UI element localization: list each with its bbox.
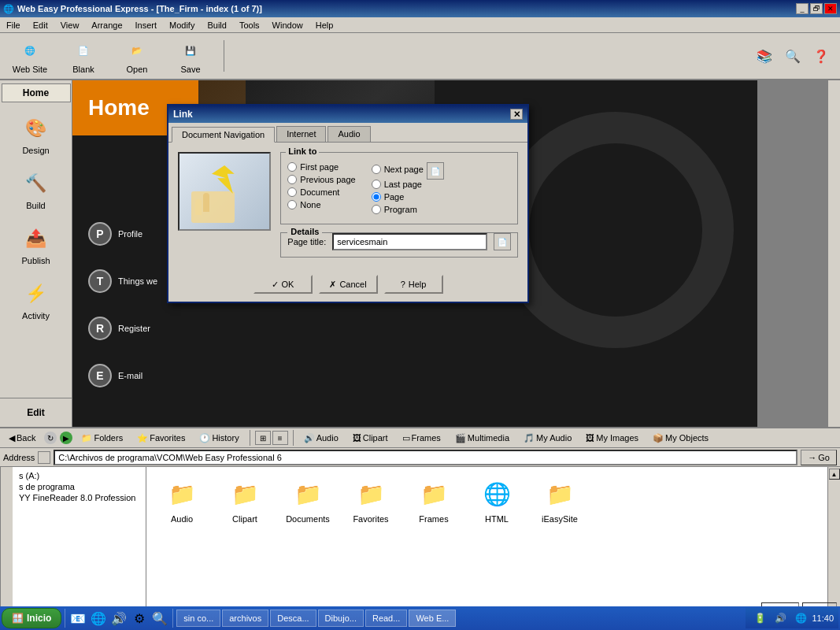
tree-item-prog[interactable]: s de programa (16, 481, 142, 492)
taskbar-icon-5[interactable]: 🔍 (150, 609, 169, 628)
multimedia-btn[interactable]: 🎬 Multimedia (450, 431, 515, 446)
folder-clipart[interactable]: 📁 Clipart (217, 475, 272, 524)
folder-frames-label: Frames (419, 514, 448, 524)
folder-frames[interactable]: 📁 Frames (406, 475, 461, 524)
frames-btn[interactable]: ▭ Frames (397, 431, 446, 446)
start-button[interactable]: 🪟 Inicio (2, 608, 61, 628)
radio-none-input[interactable] (287, 200, 297, 209)
document-label: Document (300, 187, 339, 197)
toolbar-right-icon3[interactable]: ❓ (809, 43, 834, 69)
sys-tray-3[interactable]: 🌐 (791, 609, 810, 628)
toolbar-open[interactable]: 📂 Open (113, 35, 161, 76)
close-btn[interactable]: ✕ (824, 3, 837, 14)
folder-frames-icon: 📁 (415, 475, 453, 513)
favorites-btn[interactable]: ⭐ Favorites (131, 431, 191, 446)
menu-view[interactable]: View (54, 19, 86, 32)
history-btn[interactable]: 🕐 History (194, 431, 244, 446)
radio-prev-page-input[interactable] (287, 175, 297, 184)
page-title-input[interactable] (332, 233, 487, 250)
menu-insert[interactable]: Insert (129, 19, 164, 32)
folders-btn[interactable]: 📁 Folders (76, 431, 128, 446)
toolbar-blank[interactable]: 📄 Blank (60, 35, 107, 76)
taskbar-read[interactable]: Read... (365, 610, 407, 627)
help-btn[interactable]: ? Help (384, 275, 443, 294)
radio-first-page-input[interactable] (287, 162, 297, 172)
menu-modify[interactable]: Modify (163, 19, 201, 32)
radio-last-page-input[interactable] (372, 180, 381, 189)
sidebar-design[interactable]: 🎨 Design (5, 107, 68, 161)
scroll-up[interactable]: ▲ (829, 469, 840, 480)
toolbar-separator (224, 40, 224, 72)
taskbar: 🪟 Inicio 📧 🌐 🔊 ⚙ 🔍 sin co... archivos De… (0, 606, 840, 630)
folder-ieasysite[interactable]: 📁 iEasySite (532, 475, 587, 524)
toolbar-website[interactable]: 🌐 Web Site (6, 35, 54, 76)
tree-item-a[interactable]: s (A:) (16, 470, 142, 481)
main-layout: Home 🎨 Design 🔨 Build 📤 Publish ⚡ Activi… (0, 80, 840, 427)
menu-tools[interactable]: Tools (233, 19, 266, 32)
menu-window[interactable]: Window (266, 19, 309, 32)
audio-btn[interactable]: 🔊 Audio (298, 431, 344, 446)
folder-audio-label: Audio (171, 514, 193, 524)
cancel-btn[interactable]: ✗ Cancel (319, 275, 378, 294)
go-circle-btn[interactable]: ▶ (60, 432, 72, 444)
my-objects-btn[interactable]: 📦 My Objects (647, 431, 714, 446)
sys-tray-2[interactable]: 🔊 (771, 609, 790, 628)
tab-internet[interactable]: Internet (276, 126, 326, 142)
file-browser-panel: File Browser (0, 467, 13, 630)
browse-btn-1[interactable]: 📄 (427, 162, 444, 180)
folder-favorites[interactable]: 📁 Favorites (343, 475, 398, 524)
my-images-btn[interactable]: 🖼 My Images (580, 431, 644, 445)
taskbar-icon-2[interactable]: 🌐 (89, 609, 108, 628)
tab-audio[interactable]: Audio (327, 126, 370, 142)
menu-edit[interactable]: Edit (27, 19, 54, 32)
taskbar-icon-3[interactable]: 🔊 (109, 609, 128, 628)
view-ctrl-2[interactable]: ≡ (272, 431, 288, 445)
tree-item-finereader[interactable]: YY FineReader 8.0 Profession (16, 492, 142, 503)
taskbar-archivos[interactable]: archivos (222, 610, 268, 627)
taskbar-webe[interactable]: Web E... (409, 610, 456, 627)
folder-html[interactable]: 🌐 HTML (469, 475, 524, 524)
radio-page-input[interactable] (372, 192, 381, 202)
radio-program-input[interactable] (372, 205, 381, 214)
refresh-btn[interactable]: ↻ (44, 432, 57, 444)
toolbar-right-icon1[interactable]: 📚 (752, 43, 777, 69)
menu-build[interactable]: Build (201, 19, 232, 32)
taskbar-sin-co[interactable]: sin co... (176, 610, 220, 627)
menu-arrange[interactable]: Arrange (85, 19, 128, 32)
radio-next-page-input[interactable] (372, 165, 381, 174)
taskbar-desca[interactable]: Desca... (270, 610, 316, 627)
folder-documents[interactable]: 📁 Documents (280, 475, 335, 524)
menubar: File Edit View Arrange Insert Modify Bui… (0, 17, 840, 33)
toolbar-save[interactable]: 💾 Save (167, 35, 214, 76)
sidebar-build[interactable]: 🔨 Build (5, 162, 68, 216)
dialog-close-btn[interactable]: ✕ (510, 109, 523, 120)
folder-audio-icon: 📁 (163, 475, 201, 513)
help-label: Help (409, 280, 427, 289)
help-icon: ? (401, 280, 405, 289)
folder-audio[interactable]: 📁 Audio (154, 475, 209, 524)
edit-btn[interactable]: Edit (5, 402, 68, 424)
tab-document-navigation[interactable]: Document Navigation (172, 127, 275, 143)
browse-btn-2[interactable]: 📄 (494, 233, 511, 250)
back-btn[interactable]: ◀ Back (3, 431, 41, 446)
sidebar-activity[interactable]: ⚡ Activity (5, 272, 68, 326)
restore-btn[interactable]: 🗗 (810, 3, 823, 14)
sidebar-publish[interactable]: 📤 Publish (5, 217, 68, 271)
menu-file[interactable]: File (0, 19, 27, 32)
frames-icon: ▭ (402, 433, 410, 443)
menu-help[interactable]: Help (309, 19, 340, 32)
taskbar-icon-1[interactable]: 📧 (68, 609, 87, 628)
clipart-btn[interactable]: 🖼 Clipart (347, 431, 394, 445)
view-ctrl-1[interactable]: ⊞ (255, 431, 271, 445)
taskbar-icon-4[interactable]: ⚙ (130, 609, 149, 628)
my-audio-btn[interactable]: 🎵 My Audio (518, 431, 577, 446)
radio-document-input[interactable] (287, 187, 297, 197)
sys-tray-1[interactable]: 🔋 (750, 609, 769, 628)
minimize-btn[interactable]: _ (796, 3, 809, 14)
toolbar-right-icon2[interactable]: 🔍 (780, 43, 805, 69)
taskbar-dibujo[interactable]: Dibujo... (318, 610, 364, 627)
address-input[interactable] (54, 450, 797, 465)
ok-btn[interactable]: ✓ OK (253, 275, 313, 294)
go-btn[interactable]: → Go (801, 450, 837, 465)
sidebar-home[interactable]: Home (2, 83, 71, 102)
